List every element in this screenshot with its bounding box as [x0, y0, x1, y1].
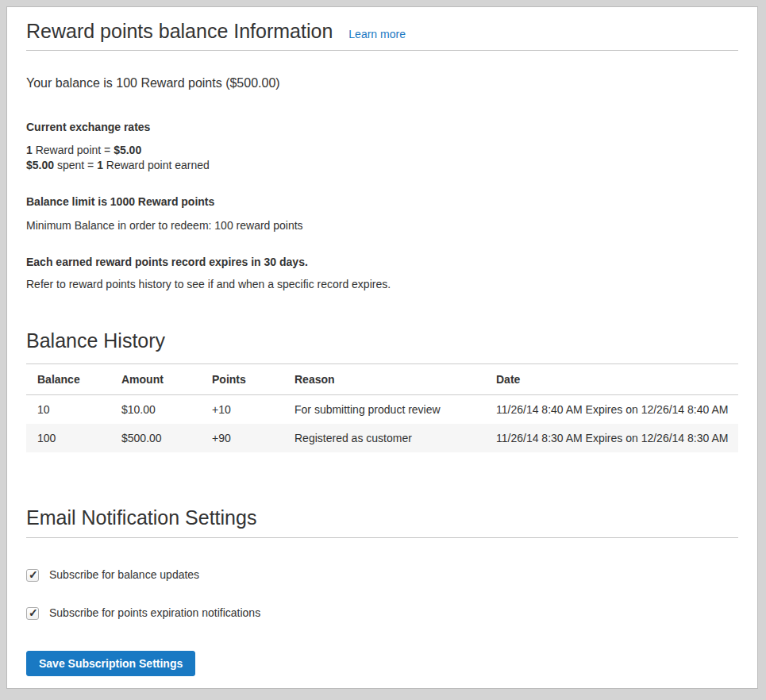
minimum-redeem-text: Minimum Balance in order to redeem: 100 … [26, 218, 738, 233]
page-header: Reward points balance Information Learn … [26, 7, 738, 43]
balance-history-heading: Balance History [26, 329, 738, 352]
exchange-rates-heading: Current exchange rates [26, 120, 738, 135]
cell-points: +90 [201, 424, 283, 452]
rate2-text: spent = [54, 159, 97, 171]
cell-balance: 10 [26, 395, 110, 425]
balance-limit-text: Balance limit is 1000 Reward points [26, 194, 738, 210]
subscribe-balance-updates-checkbox[interactable] [26, 569, 39, 582]
title-divider [26, 50, 738, 51]
expiration-note: Refer to reward points history to see if… [26, 277, 738, 292]
rate2-value: $5.00 [26, 159, 54, 171]
save-subscription-button[interactable]: Save Subscription Settings [26, 651, 195, 676]
exchange-rates-lines: 1 Reward point = $5.00 $5.00 spent = 1 R… [26, 143, 738, 173]
rate1-points: 1 [26, 144, 33, 156]
column-header-reason: Reason [283, 364, 485, 395]
cell-points: +10 [201, 395, 283, 425]
column-header-points: Points [201, 364, 283, 395]
rate2-points: 1 [97, 159, 103, 171]
balance-summary: Your balance is 100 Reward points ($500.… [26, 75, 738, 92]
subscribe-expiration-checkbox[interactable] [26, 607, 39, 620]
column-header-balance: Balance [26, 364, 110, 395]
rate1-value: $5.00 [114, 144, 141, 156]
exchange-rate-line-2: $5.00 spent = 1 Reward point earned [26, 158, 738, 173]
rate2-suffix: Reward point earned [103, 159, 210, 171]
exchange-rate-line-1: 1 Reward point = $5.00 [26, 143, 738, 158]
cell-amount: $500.00 [110, 424, 201, 452]
table-row: 100 $500.00 +90 Registered as customer 1… [26, 424, 738, 452]
column-header-date: Date [485, 364, 738, 395]
column-header-amount: Amount [110, 364, 201, 395]
rate1-text: Reward point = [33, 144, 114, 156]
expiration-text: Each earned reward points record expires… [26, 255, 738, 270]
table-header-row: Balance Amount Points Reason Date [26, 364, 738, 395]
subscribe-balance-updates-label: Subscribe for balance updates [49, 567, 199, 583]
learn-more-link[interactable]: Learn more [348, 28, 406, 40]
cell-reason: For submitting product review [283, 395, 485, 425]
email-notification-heading: Email Notification Settings [26, 506, 738, 529]
cell-balance: 100 [26, 424, 110, 452]
cell-date: 11/26/14 8:30 AM Expires on 12/26/14 8:3… [485, 424, 738, 452]
email-divider [26, 537, 738, 538]
subscribe-expiration-label: Subscribe for points expiration notifica… [49, 606, 260, 621]
cell-reason: Registered as customer [283, 424, 485, 452]
subscribe-expiration-row[interactable]: Subscribe for points expiration notifica… [26, 606, 738, 621]
subscribe-balance-updates-row[interactable]: Subscribe for balance updates [26, 567, 738, 583]
reward-points-panel: Reward points balance Information Learn … [6, 6, 758, 689]
cell-date: 11/26/14 8:40 AM Expires on 12/26/14 8:4… [485, 395, 738, 425]
table-row: 10 $10.00 +10 For submitting product rev… [26, 395, 738, 425]
page-title: Reward points balance Information [26, 20, 333, 43]
balance-history-table: Balance Amount Points Reason Date 10 $10… [26, 363, 738, 452]
cell-amount: $10.00 [110, 395, 201, 425]
